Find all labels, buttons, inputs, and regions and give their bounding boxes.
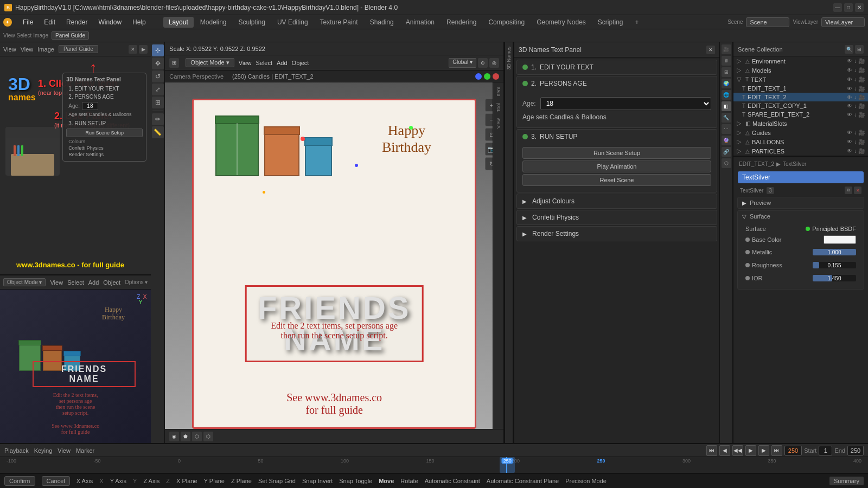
tab-modeling[interactable]: Modeling — [195, 17, 232, 28]
tab-animation[interactable]: Animation — [400, 17, 440, 28]
view-toggle[interactable]: View — [3, 46, 16, 53]
menu-edit[interactable]: Edit — [40, 17, 60, 27]
confetti-physics-header[interactable]: ▶ Confetti Physics — [517, 210, 717, 224]
close-left-viewport[interactable]: ✕ — [129, 45, 137, 54]
menu-render[interactable]: Render — [62, 17, 92, 27]
object-mode-btn2[interactable]: Object Mode ▾ — [3, 278, 46, 286]
summary-label[interactable]: Summary — [829, 477, 864, 485]
jump-start-btn[interactable]: ⏮ — [706, 445, 717, 456]
view-label-side[interactable]: View — [496, 116, 501, 131]
step2-header[interactable]: 2. PERSONS AGE — [517, 76, 717, 91]
tree-material-slots[interactable]: ▷ ◧ MaterialSlots — [733, 119, 868, 128]
view-btn2[interactable]: View — [50, 279, 63, 286]
viewport-type-icon[interactable]: ⊞ — [169, 58, 179, 68]
tab-uv-editing[interactable]: UV Editing — [272, 17, 314, 28]
object-mode-main[interactable]: Object Mode ▾ — [186, 58, 234, 67]
menu-file[interactable]: File — [18, 17, 37, 27]
step3-header[interactable]: 3. RUN SETUP — [517, 130, 717, 144]
tool-label[interactable]: Tool — [496, 101, 501, 114]
material-mode-icon[interactable]: ⬟ — [181, 432, 190, 441]
run-scene-setup-btn[interactable]: Run Scene Setup — [522, 147, 711, 159]
tree-spare-edit[interactable]: T SPARE_EDIT_TEXT_2 👁 ↓ 🎥 — [733, 110, 868, 119]
view-main[interactable]: View — [239, 60, 252, 66]
tab-sculpting[interactable]: Sculpting — [233, 17, 271, 28]
current-frame[interactable]: 250 — [784, 446, 802, 455]
play-icon[interactable]: ▶ — [139, 45, 148, 54]
tab-texture-paint[interactable]: Texture Paint — [315, 17, 363, 28]
material-duplicate-btn[interactable]: ⧉ — [845, 187, 852, 194]
material-name-bar[interactable]: TextSilver — [738, 171, 864, 183]
tree-edit-text-2[interactable]: T EDIT_TEXT_2 👁 ↓ 🎥 — [733, 93, 868, 101]
filter-collection-btn[interactable]: ⊞ — [855, 45, 864, 54]
add-main[interactable]: Add — [277, 60, 288, 66]
tab-add[interactable]: + — [630, 17, 644, 28]
modifier-props-icon[interactable]: 🔧 — [722, 113, 731, 123]
tree-environment[interactable]: ▷ △ Environment 👁 ↓ 🎥 — [733, 56, 868, 66]
menu-help[interactable]: Help — [128, 17, 150, 27]
image-label[interactable]: Image — [37, 46, 54, 53]
tab-compositing[interactable]: Compositing — [483, 17, 530, 28]
object-btn2[interactable]: Object — [103, 279, 120, 286]
playback-menu[interactable]: Playback — [4, 447, 29, 454]
scene-props-icon[interactable]: 🌍 — [722, 79, 731, 88]
preview-header[interactable]: ▶ Preview — [738, 197, 864, 208]
tab-shading[interactable]: Shading — [365, 17, 399, 28]
view-layer-icon[interactable]: ⊞ — [722, 67, 731, 77]
mini-run-setup[interactable]: Run Scene Setup — [66, 129, 143, 137]
reset-scene-btn[interactable]: Reset Scene — [522, 174, 711, 186]
jump-end-btn[interactable]: ⏭ — [771, 445, 782, 456]
end-frame[interactable]: 250 — [847, 446, 864, 455]
prev-frame-btn[interactable]: ◀ — [719, 445, 730, 456]
tree-edit-text-1[interactable]: T EDIT_TEXT_1 👁 ↓ 🎥 — [733, 84, 868, 93]
panel-close-btn[interactable]: ✕ — [706, 46, 715, 54]
solid-mode-icon[interactable]: ⬡ — [192, 432, 202, 441]
viewlayer-dropdown[interactable]: ViewLayer — [821, 17, 865, 27]
minimize-button[interactable]: — — [833, 3, 842, 12]
tree-models[interactable]: ▷ △ Models 👁 ↓ 🎥 — [733, 66, 868, 75]
step1-header[interactable]: 1. EDIT YOUR TEXT — [517, 60, 717, 74]
tab-layout[interactable]: Layout — [163, 17, 194, 28]
scene-dropdown[interactable]: Scene — [746, 17, 789, 27]
scale-tool[interactable]: ⤢ — [152, 84, 164, 95]
metallic-slider[interactable]: 1.000 — [813, 247, 856, 257]
material-props-icon[interactable]: ⬡ — [722, 158, 731, 168]
constraint-props-icon[interactable]: 🔗 — [722, 147, 731, 157]
menu-window[interactable]: Window — [94, 17, 126, 27]
select-btn2[interactable]: Select — [67, 279, 84, 286]
object-props-icon[interactable]: ◧ — [722, 101, 731, 111]
panel-guide-label[interactable]: Panel Guide — [59, 45, 98, 53]
main-3d-viewport[interactable]: Happy Birthday — [165, 82, 503, 429]
rotate-tool[interactable]: ↺ — [152, 70, 164, 82]
tab-geometry-nodes[interactable]: Geometry Nodes — [531, 17, 591, 28]
add-btn2[interactable]: Add — [88, 279, 99, 286]
close-button[interactable]: ✕ — [855, 3, 864, 12]
adjust-colours-header[interactable]: ▶ Adjust Colours — [517, 194, 717, 208]
move-tool[interactable]: ✥ — [152, 57, 164, 69]
play-btn[interactable]: ▶ — [745, 445, 756, 456]
marker-menu[interactable]: Marker — [76, 447, 94, 454]
base-color-swatch[interactable] — [824, 235, 856, 244]
world-props-icon[interactable]: 🌐 — [722, 90, 731, 100]
confirm-btn[interactable]: Confirm — [4, 476, 35, 486]
view-timeline[interactable]: View — [58, 447, 71, 454]
object-main[interactable]: Object — [292, 60, 309, 66]
tab-rendering[interactable]: Rendering — [441, 17, 482, 28]
wire-mode-icon[interactable]: ⬡ — [203, 432, 213, 441]
tree-balloons[interactable]: ▷ △ BALLOONS 👁 ↓ 🎥 — [733, 137, 868, 146]
ior-slider[interactable]: 1.450 — [813, 273, 856, 283]
annotate-tool[interactable]: ✏ — [152, 113, 164, 125]
maximize-button[interactable]: □ — [844, 3, 853, 12]
start-frame[interactable]: 1 — [819, 446, 832, 455]
global-btn[interactable]: Global ▾ — [449, 58, 476, 68]
panel-guide-btn[interactable]: Panel Guide — [52, 31, 89, 40]
tree-particles[interactable]: ▷ △ PARTICLES 👁 ↓ 🎥 — [733, 146, 868, 156]
tree-edit-text-copy-1[interactable]: T EDIT_TEXT_COPY_1 👁 ↓ 🎥 — [733, 101, 868, 110]
search-collection-btn[interactable]: 🔍 — [845, 45, 853, 54]
physics-props-icon[interactable]: 🔮 — [722, 136, 731, 145]
surface-header[interactable]: ▽ Surface — [738, 211, 864, 222]
roughness-slider[interactable]: 0.155 — [813, 260, 856, 270]
cursor-tool[interactable]: ⊹ — [152, 44, 164, 56]
output-props-icon[interactable]: 🖥 — [722, 56, 731, 66]
tree-guides[interactable]: ▷ △ Guides 👁 ↓ 🎥 — [733, 128, 868, 137]
particle-props-icon[interactable]: ⋯ — [722, 124, 731, 134]
